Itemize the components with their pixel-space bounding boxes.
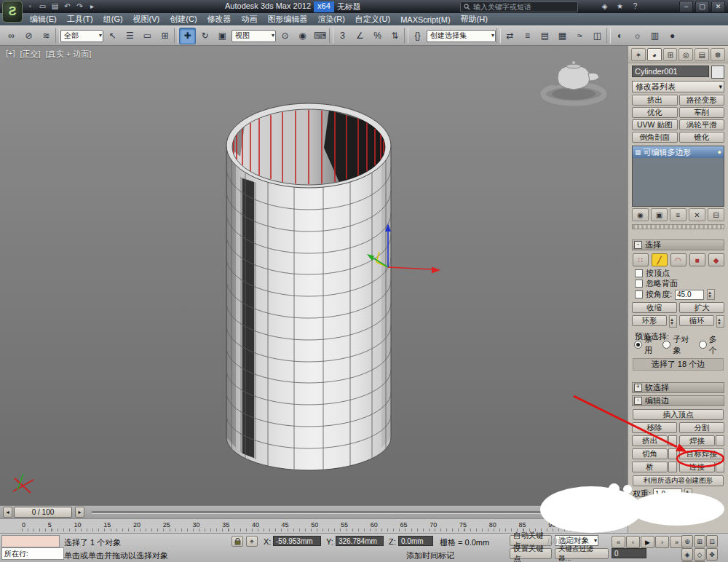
rollout-soft-selection-header[interactable]: + 软选择 (632, 382, 724, 393)
edit-named-selection-sets-icon[interactable]: {} (409, 28, 426, 44)
application-menu-logo-icon[interactable]: Ƨ (2, 1, 23, 23)
select-and-link-icon[interactable]: ∞ (3, 28, 20, 44)
selection-lock-toggle[interactable] (232, 536, 243, 547)
material-editor-icon[interactable]: ◐ (612, 28, 628, 44)
radio-dot[interactable] (662, 341, 670, 349)
mirror-icon[interactable]: ⇄ (502, 28, 518, 44)
tab-display[interactable]: ▤ (695, 48, 709, 61)
insert-vertex-button[interactable]: 插入顶点 (633, 409, 724, 420)
communication-center-icon[interactable]: ◈ (599, 1, 610, 12)
time-slider-prev-button[interactable]: ◂ (3, 507, 12, 518)
tab-modify[interactable]: ◕ (647, 48, 662, 61)
chamfer-button[interactable]: 切角 (632, 448, 668, 459)
mod-uvw-map-button[interactable]: UVW 贴图 (632, 119, 678, 130)
close-button[interactable]: ✕ (711, 1, 725, 12)
time-slider[interactable]: ◂ 0 / 100 ▸ (0, 505, 628, 518)
spinner-snap-icon[interactable]: ⇅ (387, 28, 403, 44)
rectangular-selection-region-icon[interactable]: ▭ (139, 28, 156, 44)
menu-group[interactable]: 组(G) (98, 13, 128, 25)
selection-filter-combo[interactable]: 全部 (60, 30, 103, 42)
stack-visibility-bulb-icon[interactable]: ● (718, 149, 721, 156)
project-folder-icon[interactable]: ▸ (87, 1, 98, 12)
viewcube-teapot[interactable] (530, 55, 617, 110)
stack-item-editable-poly[interactable]: ▦ 可编辑多边形 ● (633, 146, 724, 158)
by-vertex-checkbox[interactable] (635, 269, 643, 277)
subobject-border-icon[interactable]: ◠ (670, 253, 687, 266)
tab-create[interactable]: ✶ (631, 48, 646, 61)
help-icon[interactable]: ? (630, 1, 641, 12)
select-and-scale-icon[interactable]: ▣ (214, 28, 231, 44)
loop-button[interactable]: 循环 (679, 315, 714, 326)
rollout-edit-edges-header[interactable]: - 编辑边 (632, 395, 724, 406)
menu-rendering[interactable]: 渲染(R) (313, 13, 350, 25)
select-and-manipulate-icon[interactable]: ◉ (294, 28, 311, 44)
redo-icon[interactable]: ↷ (74, 1, 85, 12)
pin-stack-icon[interactable]: ◉ (632, 208, 649, 221)
connect-settings-button[interactable] (716, 462, 724, 472)
menu-maxscript[interactable]: MAXScript(M) (395, 15, 455, 25)
keyboard-shortcut-override-icon[interactable]: ⌨ (312, 28, 328, 44)
select-object-icon[interactable]: ↖ (104, 28, 121, 44)
collapse-icon[interactable]: - (634, 241, 642, 249)
key-filters-button[interactable]: 关键点过滤器... (555, 548, 609, 559)
modifier-stack[interactable]: ▦ 可编辑多边形 ● (632, 146, 724, 207)
select-and-rotate-icon[interactable]: ↻ (197, 28, 213, 44)
new-scene-icon[interactable]: ▫ (25, 1, 36, 12)
target-weld-button[interactable]: 目标焊接 (679, 448, 724, 459)
viewport-canvas[interactable] (0, 46, 628, 505)
viewport[interactable]: [+] [正交] [真实 + 边面] (0, 46, 628, 505)
reference-coordinate-combo[interactable]: 视图 (232, 30, 276, 42)
align-icon[interactable]: ≡ (519, 28, 536, 44)
ring-button[interactable]: 环形 (632, 315, 667, 326)
mod-turbosmooth-button[interactable]: 涡轮平滑 (679, 119, 725, 130)
minimize-button[interactable]: – (679, 1, 693, 12)
next-frame-button[interactable]: › (655, 536, 669, 548)
menu-customize[interactable]: 自定义(U) (350, 13, 395, 25)
menu-modifiers[interactable]: 修改器 (202, 13, 237, 25)
absolute-mode-toggle[interactable]: ⌖ (246, 536, 258, 547)
graphite-ribbon-icon[interactable]: ▦ (554, 28, 571, 44)
weld-settings-button[interactable] (716, 435, 724, 446)
favorites-icon[interactable]: ★ (614, 1, 625, 12)
object-color-swatch[interactable] (711, 66, 724, 79)
angle-spinner[interactable]: ▲▼ (707, 289, 715, 300)
zoom-all-icon[interactable]: ⊞ (694, 535, 705, 547)
go-to-start-button[interactable]: « (612, 536, 625, 548)
radio-dot[interactable] (634, 341, 642, 349)
subobject-polygon-icon[interactable]: ■ (689, 253, 705, 266)
infocenter-search-input[interactable]: 输入关键字或短语 (460, 1, 578, 12)
loop-spinner[interactable]: ▲▼ (716, 315, 724, 328)
window-crossing-icon[interactable]: ⊞ (157, 28, 173, 44)
viewport-pov-menu[interactable]: [正交] (20, 49, 41, 60)
preview-disable-radio[interactable]: 禁用 (634, 334, 657, 356)
extrude-button[interactable]: 挤出 (632, 435, 668, 446)
menu-tools[interactable]: 工具(T) (62, 13, 98, 25)
panel-splitter[interactable] (632, 224, 724, 229)
remove-button[interactable]: 移除 (632, 422, 677, 433)
macro-recorder-field[interactable] (1, 535, 60, 547)
select-by-name-icon[interactable]: ☰ (122, 28, 138, 44)
restore-button[interactable]: ▢ (695, 1, 709, 12)
schematic-view-icon[interactable]: ◫ (589, 28, 606, 44)
object-name-field[interactable]: Cylinder001 (632, 66, 709, 77)
create-shape-from-selection-button[interactable]: 利用所选内容创建图形 (633, 475, 724, 486)
play-button[interactable]: ▶ (641, 536, 654, 548)
subobject-edge-icon[interactable]: ╱ (652, 253, 668, 266)
bridge-button[interactable]: 桥 (632, 462, 668, 472)
rollout-selection-header[interactable]: - 选择 (632, 240, 724, 250)
named-selection-set-combo[interactable]: 创建选择集 (427, 30, 496, 42)
angle-snap-icon[interactable]: ∠ (352, 28, 368, 44)
modifier-list-dropdown[interactable]: 修改器列表 (632, 81, 724, 92)
time-slider-next-button[interactable]: ▸ (75, 507, 84, 518)
x-coord-field[interactable]: -59.953mm (273, 536, 321, 546)
set-key-button[interactable]: 设置关键点 (510, 548, 552, 559)
split-button[interactable]: 分割 (679, 422, 724, 433)
zoom-extents-all-icon[interactable]: ◈ (681, 548, 693, 561)
preview-subobject-radio[interactable]: 子对象 (662, 334, 693, 356)
undo-icon[interactable]: ↶ (62, 1, 73, 12)
show-end-result-icon[interactable]: ▣ (651, 208, 668, 221)
mod-path-deform-button[interactable]: 路径变形 (679, 95, 725, 106)
ignore-backfacing-checkbox[interactable] (635, 280, 643, 288)
gizmo-x-axis-arrow[interactable] (432, 267, 440, 274)
collapse-icon[interactable]: - (634, 397, 642, 405)
